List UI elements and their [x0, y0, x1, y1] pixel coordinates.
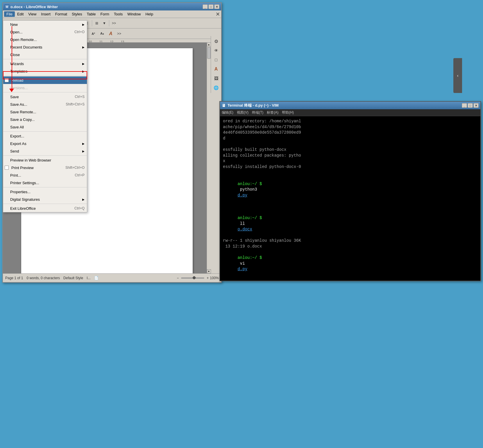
menu-exit-shortcut: Ctrl+Q — [74, 206, 85, 210]
menu-printer-settings-label: Printer Settings... — [10, 181, 39, 185]
menu-templates[interactable]: Templates ▶ — [3, 67, 87, 75]
scroll-up-arrow[interactable]: ▲ — [207, 42, 211, 46]
menu-reload[interactable]: Reload — [3, 76, 87, 84]
menu-form[interactable]: Form — [98, 11, 111, 17]
zoom-out-button[interactable]: − — [177, 276, 179, 280]
menu-help[interactable]: Help — [143, 11, 155, 17]
terminal-menu-terminal[interactable]: 终端(T) — [252, 110, 263, 115]
terminal-line-5 — [223, 141, 477, 147]
menu-close[interactable]: Close — [3, 51, 87, 58]
menu-edit[interactable]: Edit — [15, 11, 26, 17]
menu-preview-browser[interactable]: Preview in Web Browser — [3, 156, 87, 164]
menu-open-remote[interactable]: Open Remote... — [3, 36, 87, 43]
more-format[interactable]: >> — [116, 30, 123, 37]
menu-preview-browser-label: Preview in Web Browser — [10, 158, 51, 162]
table-dropdown[interactable]: ▼ — [101, 20, 108, 27]
status-bar: Page 1 of 1 0 words, 0 characters Defaul… — [3, 273, 221, 282]
menu-digital-signatures[interactable]: Digital Signatures ▶ — [3, 196, 87, 203]
sidebar-image-icon[interactable]: 🖼 — [212, 74, 220, 83]
menu-export-as-label: Export As — [10, 141, 26, 146]
menu-save[interactable]: Save Ctrl+S — [3, 93, 87, 101]
menu-open[interactable]: Open... Ctrl+O — [3, 28, 87, 36]
sidebar-text-icon[interactable]: A — [212, 65, 220, 73]
terminal-minimize[interactable]: _ — [462, 103, 467, 108]
file-dropdown-menu: New ▶ Open... Ctrl+O Open Remote... Rece… — [3, 20, 87, 212]
menu-printer-settings[interactable]: Printer Settings... — [3, 179, 87, 187]
print-preview-checkbox-area — [4, 165, 9, 170]
menu-save-remote[interactable]: Save Remote... — [3, 108, 87, 116]
minimize-button[interactable]: _ — [203, 4, 208, 9]
terminal-line-12: rw-r-- 1 shiyanlou shiyanlou 36K — [223, 238, 477, 244]
doc-mode-icon: 📄 — [94, 276, 99, 280]
more-toolbar[interactable]: >> — [110, 20, 117, 27]
menu-properties-label: Properties... — [10, 190, 31, 194]
scroll-down-arrow[interactable]: ▼ — [207, 269, 211, 273]
separator-3 — [3, 92, 87, 92]
text-cursor-icon: I... — [87, 276, 90, 280]
terminal-close[interactable]: ✕ — [473, 103, 479, 108]
zoom-in-button[interactable]: + — [207, 276, 209, 280]
zoom-control[interactable]: − + 100% — [177, 276, 219, 280]
menu-print-preview[interactable]: Print Preview Shift+Ctrl+O — [3, 164, 87, 171]
menu-new[interactable]: New ▶ — [3, 21, 87, 28]
menu-recent[interactable]: Recent Documents ▶ — [3, 43, 87, 51]
writer-window: W o.docx - LibreOffice Writer _ □ ✕ File… — [2, 2, 222, 283]
menu-wizards[interactable]: Wizards ▶ — [3, 60, 87, 67]
superscript-button[interactable]: A² — [90, 30, 97, 37]
menu-send[interactable]: Send ▶ — [3, 147, 87, 155]
zoom-slider[interactable] — [181, 277, 204, 279]
reload-checkbox — [5, 78, 9, 82]
sidebar-gear-icon[interactable]: ⚙ — [212, 37, 220, 45]
maximize-button[interactable]: □ — [208, 4, 214, 9]
menu-view[interactable]: View — [26, 11, 39, 17]
terminal-menu-help[interactable]: 帮助(H) — [282, 110, 294, 115]
menu-save-copy[interactable]: Save a Copy... — [3, 116, 87, 123]
menu-print[interactable]: Print... Ctrl+P — [3, 171, 87, 179]
menu-recent-label: Recent Documents — [10, 45, 42, 49]
sidebar-globe-icon[interactable]: 🌐 — [212, 84, 220, 92]
menu-insert[interactable]: Insert — [39, 11, 53, 17]
terminal-menu-edit[interactable]: 编辑(E) — [222, 110, 233, 115]
menu-save-all[interactable]: Save All — [3, 123, 87, 131]
terminal-maximize[interactable]: □ — [468, 103, 473, 108]
menu-export-as-arrow: ▶ — [82, 142, 85, 145]
subscript-button[interactable]: A₂ — [98, 30, 106, 37]
separator-1 — [3, 59, 87, 59]
zoom-level: 100% — [210, 276, 219, 280]
menu-bar: File Edit View Insert Format Styles Tabl… — [3, 10, 221, 18]
menu-templates-label: Templates — [10, 69, 27, 74]
menu-styles[interactable]: Styles — [69, 11, 84, 17]
char-format-button[interactable]: A — [107, 30, 115, 37]
menu-close-label: Close — [10, 53, 20, 57]
menu-export-as[interactable]: Export As ▶ — [3, 140, 87, 147]
terminal-line-2: ache/pip/wheels/d4/d9/6e/279d10b — [223, 124, 477, 130]
terminal-window: 🖥 Terminal 终端 - d.py (~) - VIM _ □ ✕ 编辑(… — [219, 101, 481, 281]
terminal-menu-view[interactable]: 视图(V) — [237, 110, 248, 115]
title-bar: W o.docx - LibreOffice Writer _ □ ✕ — [3, 3, 221, 10]
table-button[interactable]: ⊞ — [93, 20, 100, 27]
menu-tools[interactable]: Tools — [112, 11, 125, 17]
menu-format[interactable]: Format — [53, 11, 69, 17]
vertical-scrollbar[interactable]: ▲ ▼ — [207, 42, 211, 273]
expand-panel[interactable]: ‹ — [453, 58, 462, 93]
terminal-line-4: d — [223, 136, 477, 141]
terminal-line-1: ored in directory: /home/shiyanl — [223, 119, 477, 124]
close-button[interactable]: ✕ — [214, 4, 219, 9]
menu-save-as[interactable]: Save As... Shift+Ctrl+S — [3, 101, 87, 108]
menu-table[interactable]: Table — [84, 11, 98, 17]
menu-window[interactable]: Window — [125, 11, 143, 17]
menu-exit[interactable]: Exit LibreOffice Ctrl+Q — [3, 205, 87, 212]
separator-2 — [3, 76, 87, 76]
menu-send-label: Send — [10, 149, 19, 153]
separator-6 — [3, 187, 87, 187]
menu-file[interactable]: File — [4, 11, 15, 17]
scroll-thumb[interactable] — [207, 47, 211, 59]
menu-export[interactable]: Export... — [3, 132, 87, 140]
terminal-line-14 — [223, 278, 477, 281]
menu-properties[interactable]: Properties... — [3, 188, 87, 196]
terminal-menu-tabs[interactable]: 标签(A) — [267, 110, 278, 115]
close-doc-button[interactable]: ✕ — [216, 11, 220, 17]
sidebar-eye-icon[interactable]: 👁 — [212, 46, 220, 55]
terminal-title-bar: 🖥 Terminal 终端 - d.py (~) - VIM _ □ ✕ — [220, 102, 480, 109]
sidebar-square-icon[interactable]: □ — [212, 56, 220, 64]
